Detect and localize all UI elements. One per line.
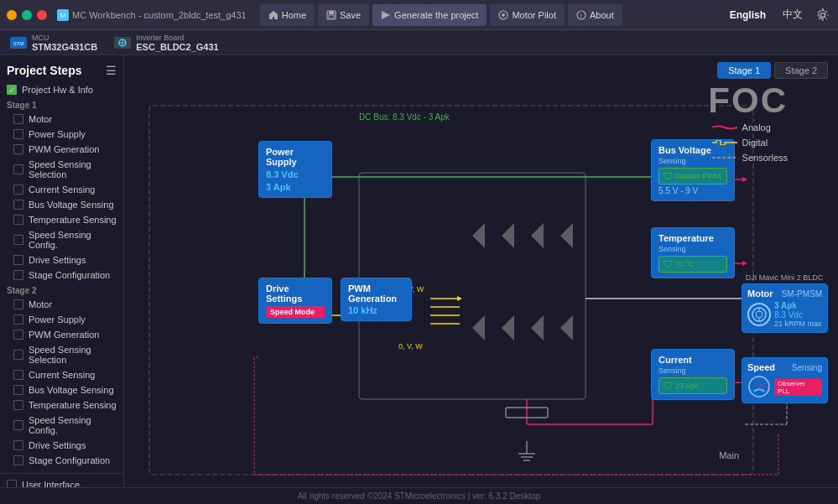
svg-marker-56: [560, 315, 573, 340]
mcu-label: MCU: [32, 34, 97, 42]
sidebar-item-s2-pwm[interactable]: PWM Generation: [7, 327, 123, 342]
digital-line-icon: [712, 140, 737, 145]
power-supply-value2: 3 Apk: [266, 182, 325, 192]
svg-text:0, V, W: 0, V, W: [398, 342, 423, 351]
sidebar-item-s1-pwm[interactable]: PWM Generation: [7, 142, 123, 157]
speed-block[interactable]: Speed Sensing Observer PLL: [742, 357, 828, 403]
sidebar-item-s2-stage-cfg[interactable]: Stage Configuration: [7, 453, 123, 468]
motor-sub: SM-PMSM: [782, 289, 822, 299]
sidebar-item-s1-temp[interactable]: Temperature Sensing: [7, 212, 123, 227]
checkbox-s2-temp: [13, 400, 23, 410]
sidebar-menu-icon[interactable]: ☰: [106, 64, 117, 77]
checkbox-s1-power: [13, 129, 23, 139]
settings-button[interactable]: [815, 7, 831, 23]
speed-sub: Sensing: [792, 363, 822, 372]
minimize-button[interactable]: [7, 10, 17, 20]
lang-english-button[interactable]: English: [725, 8, 771, 23]
sidebar-item-user-interface[interactable]: User Interface: [0, 477, 123, 487]
motor-brand-label: DJI Mavic Mini 2 BLDC: [742, 273, 826, 282]
generate-icon: [381, 10, 391, 20]
sidebar-item-s1-bus[interactable]: Bus Voltage Sensing: [7, 197, 123, 212]
checkbox-project-hw: ✓: [7, 85, 17, 95]
current-sensing-block[interactable]: Current Sensing 🛡 23 Apk: [651, 349, 735, 400]
sidebar-item-s2-power[interactable]: Power Supply: [7, 312, 123, 327]
sensorless-line-icon: [712, 155, 737, 160]
close-button[interactable]: [37, 10, 47, 20]
board-device: Inverter Board ESC_BLDC2_G431: [114, 34, 218, 52]
svg-marker-36: [742, 177, 747, 182]
current-badge: 🛡 23 Apk: [658, 377, 727, 394]
save-button[interactable]: Save: [318, 4, 369, 26]
svg-marker-23: [457, 296, 462, 301]
svg-rect-4: [329, 15, 334, 18]
sidebar-header: Project Steps ☰: [0, 62, 123, 82]
generate-button[interactable]: Generate the project: [372, 4, 487, 26]
drive-settings-title: Drive Settings: [266, 283, 325, 304]
checkbox-s1-speed-sel: [13, 164, 23, 174]
pwm-generation-block[interactable]: PWM Generation 10 kHz: [341, 278, 412, 321]
sidebar-item-project-hw[interactable]: ✓ Project Hw & Info: [0, 82, 123, 97]
svg-marker-50: [502, 223, 514, 248]
sidebar-item-s1-current[interactable]: Current Sensing: [7, 182, 123, 197]
temperature-badge: 🛡 70 °C: [658, 256, 727, 273]
temperature-block[interactable]: Temperature Sensing 🛡 70 °C: [651, 227, 735, 278]
stage1-tab[interactable]: Stage 1: [717, 62, 771, 79]
power-supply-title: Power Supply: [266, 147, 325, 167]
sidebar-item-s1-power[interactable]: Power Supply: [7, 127, 123, 142]
sidebar-item-s1-drive[interactable]: Drive Settings: [7, 252, 123, 268]
checkbox-s1-bus: [13, 200, 23, 210]
maximize-button[interactable]: [22, 10, 32, 20]
window-controls: [7, 10, 47, 20]
sidebar-item-s2-drive[interactable]: Drive Settings: [7, 438, 123, 453]
svg-text:M: M: [60, 12, 66, 19]
checkbox-s2-speed-cfg: [13, 420, 23, 430]
sidebar-item-s2-speed-sel[interactable]: Speed Sensing Selection: [7, 342, 123, 367]
current-value: 23 Apk: [675, 382, 699, 390]
sidebar-item-s1-speed-sel[interactable]: Speed Sensing Selection: [7, 157, 123, 182]
sidebar: Project Steps ☰ ✓ Project Hw & Info Stag…: [0, 55, 124, 487]
drive-settings-block[interactable]: Drive Settings Speed Mode: [258, 278, 332, 324]
lang-chinese-button[interactable]: 中文: [778, 6, 808, 23]
pwm-title: PWM Generation: [348, 283, 404, 304]
checkbox-s2-bus: [13, 385, 23, 395]
svg-marker-38: [742, 261, 747, 266]
sidebar-item-s2-current[interactable]: Current Sensing: [7, 367, 123, 382]
app-title: M MC Workbench - custom_2bldc_test_g431: [57, 9, 247, 21]
sidebar-item-s2-speed-cfg[interactable]: Speed Sensing Config.: [7, 413, 123, 438]
svg-text:STM: STM: [13, 41, 24, 46]
stage2-tab[interactable]: Stage 2: [774, 62, 828, 79]
checkbox-s1-drive: [13, 255, 23, 265]
power-supply-block[interactable]: Power Supply 8.3 Vdc 3 Apk: [258, 141, 332, 198]
speed-gauge-icon: [747, 375, 771, 398]
sidebar-item-s1-speed-cfg[interactable]: Speed Sensing Config.: [7, 227, 123, 252]
board-icon: [114, 37, 131, 49]
sidebar-item-s2-temp[interactable]: Temperature Sensing: [7, 397, 123, 413]
checkbox-s2-speed-sel: [13, 350, 23, 360]
svg-marker-49: [472, 223, 485, 248]
about-icon: i: [576, 10, 586, 20]
temperature-value: 70 °C: [675, 260, 695, 268]
temperature-title: Temperature: [658, 233, 727, 243]
analog-line-icon: [712, 125, 737, 130]
motor-block[interactable]: Motor SM-PMSM 3 Apk 8.3 Vdc 21 kRPM max: [742, 283, 828, 333]
motor-pilot-button[interactable]: Motor Pilot: [490, 4, 565, 26]
legend: Analog Digital Sensorless: [712, 122, 788, 168]
sidebar-item-s1-stage-cfg[interactable]: Stage Configuration: [7, 268, 123, 283]
svg-point-62: [756, 311, 763, 318]
sidebar-item-s1-motor[interactable]: Motor: [7, 112, 123, 127]
home-button[interactable]: Home: [260, 4, 315, 26]
topbar: M MC Workbench - custom_2bldc_test_g431 …: [0, 0, 838, 30]
svg-marker-55: [531, 315, 544, 340]
svg-line-66: [759, 383, 764, 387]
language-group: English 中文: [725, 6, 831, 23]
board-name: ESC_BLDC2_G431: [136, 42, 218, 52]
sidebar-item-s2-motor[interactable]: Motor: [7, 297, 123, 312]
checkbox-s2-pwm: [13, 330, 23, 340]
checkbox-s2-drive: [13, 440, 23, 450]
current-title: Current: [658, 355, 727, 365]
checkbox-s1-stage-cfg: [13, 270, 23, 280]
sidebar-item-s2-bus[interactable]: Bus Voltage Sensing: [7, 382, 123, 397]
checkbox-s2-current: [13, 370, 23, 380]
foc-label: FOC: [708, 81, 788, 121]
about-button[interactable]: i About: [568, 4, 622, 26]
